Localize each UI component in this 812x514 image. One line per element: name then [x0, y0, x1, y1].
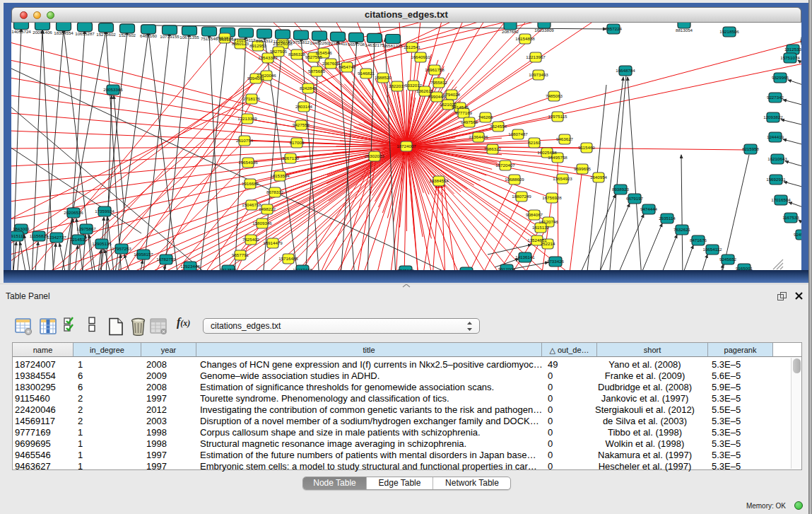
svg-text:15692931: 15692931 — [766, 177, 786, 182]
svg-text:7663822: 7663822 — [216, 35, 234, 40]
svg-text:14055724: 14055724 — [11, 29, 31, 34]
svg-text:7955812: 7955812 — [430, 80, 448, 85]
svg-text:16033809: 16033809 — [534, 28, 554, 33]
svg-text:8813054: 8813054 — [676, 28, 693, 33]
svg-text:10688609: 10688609 — [505, 177, 524, 182]
svg-text:18495758: 18495758 — [548, 155, 567, 160]
svg-text:9245652: 9245652 — [719, 257, 737, 262]
svg-text:9463627: 9463627 — [556, 136, 574, 141]
svg-text:16782759: 16782759 — [156, 257, 176, 262]
svg-text:1167533: 1167533 — [782, 215, 799, 220]
svg-text:9777169: 9777169 — [455, 110, 473, 115]
svg-text:8215958: 8215958 — [742, 146, 760, 151]
svg-text:2803144: 2803144 — [295, 104, 313, 109]
svg-text:10671355: 10671355 — [180, 35, 199, 40]
svg-text:9827505: 9827505 — [270, 49, 288, 54]
svg-text:10958157: 10958157 — [134, 252, 153, 257]
svg-text:5875685: 5875685 — [308, 69, 326, 74]
svg-text:8660123: 8660123 — [232, 41, 249, 46]
svg-text:10654112: 10654112 — [702, 247, 722, 252]
svg-text:1588520: 1588520 — [375, 75, 392, 80]
svg-text:9474444: 9474444 — [640, 206, 658, 211]
svg-text:16210643: 16210643 — [767, 156, 787, 161]
svg-text:10025458: 10025458 — [537, 150, 557, 155]
svg-text:9427552: 9427552 — [293, 122, 310, 127]
svg-text:9115460: 9115460 — [578, 145, 595, 150]
svg-text:1498222: 1498222 — [259, 206, 276, 211]
svg-text:17957253: 17957253 — [112, 246, 131, 251]
svg-text:10655287: 10655287 — [75, 31, 95, 36]
svg-text:9527505: 9527505 — [305, 54, 323, 59]
svg-text:10719155: 10719155 — [160, 34, 180, 39]
svg-text:1843001: 1843001 — [13, 226, 30, 231]
svg-text:16581225: 16581225 — [383, 43, 403, 48]
svg-text:1640954: 1640954 — [590, 175, 608, 180]
svg-text:7986322: 7986322 — [484, 146, 502, 151]
svg-text:18807249: 18807249 — [512, 194, 531, 199]
svg-text:7632621: 7632621 — [673, 227, 691, 232]
svg-text:20091406: 20091406 — [33, 30, 52, 35]
svg-text:9146821: 9146821 — [358, 71, 375, 76]
svg-text:1527602: 1527602 — [119, 33, 136, 37]
svg-text:18384554: 18384554 — [54, 30, 73, 35]
svg-text:9084067: 9084067 — [526, 212, 543, 217]
svg-text:8471676: 8471676 — [690, 238, 707, 243]
svg-text:16640910: 16640910 — [411, 54, 430, 59]
svg-text:13654923: 13654923 — [553, 176, 572, 181]
svg-text:19654935: 19654935 — [238, 160, 258, 165]
svg-text:17359924: 17359924 — [95, 209, 114, 214]
svg-text:8454749: 8454749 — [339, 64, 356, 69]
svg-text:12975115: 12975115 — [548, 114, 567, 119]
svg-text:746266: 746266 — [478, 115, 493, 119]
svg-text:23226058: 23226058 — [273, 41, 293, 46]
svg-text:12342737: 12342737 — [47, 235, 66, 240]
svg-text:14136141: 14136141 — [515, 255, 535, 259]
svg-text:19384554: 19384554 — [429, 178, 449, 183]
svg-text:8912953: 8912953 — [249, 43, 267, 48]
svg-text:6679197: 6679197 — [626, 196, 644, 201]
svg-text:9657791: 9657791 — [232, 252, 249, 257]
svg-text:15273602: 15273602 — [96, 32, 116, 37]
svg-text:1822037: 1822037 — [389, 83, 406, 88]
svg-text:14632175: 14632175 — [365, 42, 384, 47]
svg-text:12975867: 12975867 — [76, 226, 96, 231]
svg-text:21364436: 21364436 — [469, 134, 488, 139]
svg-text:1362615: 1362615 — [416, 88, 434, 93]
svg-text:15809346: 15809346 — [252, 221, 272, 226]
svg-text:8954312: 8954312 — [256, 38, 273, 43]
svg-text:9332017: 9332017 — [405, 83, 423, 88]
svg-text:12093822: 12093822 — [763, 115, 783, 119]
svg-text:9394061: 9394061 — [247, 76, 265, 81]
svg-text:9414545: 9414545 — [452, 105, 469, 110]
svg-text:1312533: 1312533 — [784, 47, 801, 52]
svg-text:2718176: 2718176 — [243, 96, 261, 101]
svg-text:817006: 817006 — [290, 140, 305, 145]
svg-text:2367608: 2367608 — [322, 61, 340, 66]
svg-text:1214519: 1214519 — [70, 237, 88, 242]
svg-text:6794028: 6794028 — [443, 92, 461, 97]
svg-text:252214: 252214 — [541, 241, 555, 246]
svg-text:18724007: 18724007 — [396, 144, 416, 148]
svg-text:7515546: 7515546 — [201, 36, 218, 41]
svg-text:16756928: 16756928 — [542, 195, 562, 200]
svg-text:16961758: 16961758 — [425, 67, 445, 72]
svg-text:9755812: 9755812 — [293, 40, 310, 45]
svg-text:1244419: 1244419 — [767, 134, 784, 139]
svg-text:7485063: 7485063 — [546, 93, 563, 98]
svg-text:3915113: 3915113 — [11, 233, 25, 238]
svg-text:16120746: 16120746 — [539, 219, 558, 224]
svg-text:1615132: 1615132 — [532, 225, 550, 230]
svg-text:18153594: 18153594 — [270, 173, 290, 178]
svg-text:8186328: 8186328 — [288, 52, 306, 57]
svg-text:20206536: 20206536 — [64, 210, 83, 215]
svg-text:11156829: 11156829 — [30, 233, 49, 238]
svg-text:16914479: 16914479 — [263, 240, 283, 245]
svg-text:7857224: 7857224 — [605, 26, 623, 31]
svg-text:1512541: 1512541 — [404, 45, 421, 49]
svg-text:10807487: 10807487 — [508, 132, 528, 136]
svg-text:8938923: 8938923 — [612, 187, 630, 192]
svg-text:1112405: 1112405 — [799, 38, 801, 43]
svg-text:3267130: 3267130 — [282, 156, 300, 160]
svg-text:1733426: 1733426 — [547, 259, 565, 264]
svg-text:3624554: 3624554 — [490, 124, 507, 129]
